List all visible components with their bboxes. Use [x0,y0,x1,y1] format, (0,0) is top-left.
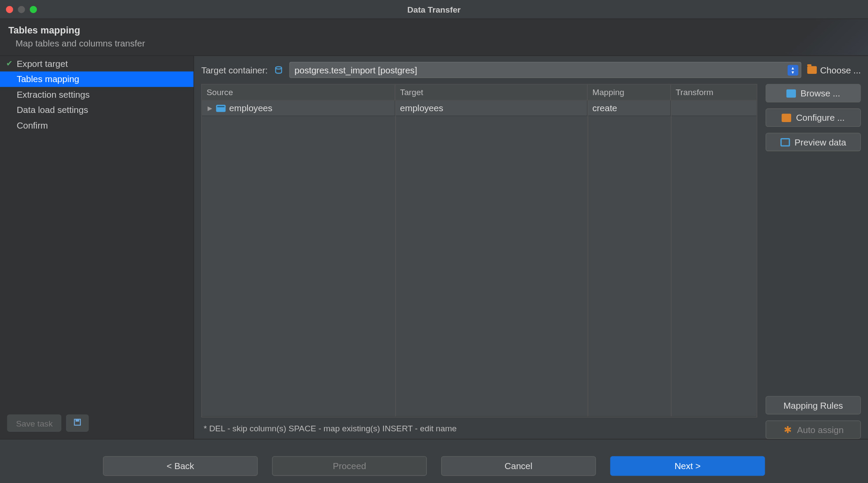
table-body: ▶ employees employees create [202,101,757,417]
col-header-source[interactable]: Source [202,85,396,100]
page-title: Tables mapping [8,25,860,36]
cell-source[interactable]: ▶ employees [202,101,396,116]
cell-mapping[interactable]: create [587,101,671,116]
page-subtitle: Map tables and columns transfer [8,38,860,48]
button-label: Configure ... [796,112,845,122]
target-name: employees [400,103,443,113]
cell-target[interactable]: employees [395,101,587,116]
save-icon [73,418,83,426]
step-data-load-settings[interactable]: Data load settings [0,103,194,118]
main-panel: Target container: postgres.test_import [… [194,56,868,439]
star-icon: ✱ [783,426,792,434]
button-label: Auto assign [797,425,843,435]
database-icon [274,65,283,75]
column-divider [395,101,396,417]
header-decoration [761,19,868,56]
body: Export target Tables mapping Extraction … [0,56,868,439]
spacer [766,157,861,390]
preview-icon [780,138,790,146]
button-label: Preview data [795,137,846,147]
auto-assign-button[interactable]: ✱ Auto assign [766,420,861,439]
target-container-value: postgres.test_import [postgres] [294,65,417,75]
wizard-steps: Export target Tables mapping Extraction … [0,56,194,410]
mapping-value: create [592,103,617,113]
target-container-input[interactable]: postgres.test_import [postgres] [289,62,801,78]
cell-transform[interactable] [671,101,756,116]
mapping-table: Source Target Mapping Transform ▶ employ… [201,84,757,417]
button-label: Mapping Rules [783,400,843,410]
configure-icon [782,113,791,122]
back-button[interactable]: < Back [103,456,257,476]
choose-label: Choose ... [820,65,861,75]
table-row[interactable]: ▶ employees employees create [202,101,757,116]
table-icon [216,105,226,112]
col-header-mapping[interactable]: Mapping [587,85,671,100]
button-label: Browse ... [801,88,840,98]
sidebar-actions: Save task [0,410,194,439]
svg-point-2 [275,66,281,69]
window-title: Data Transfer [0,4,868,14]
col-header-transform[interactable]: Transform [671,85,756,100]
step-label: Extraction settings [17,89,89,99]
table-icon [786,89,796,97]
content-row: Source Target Mapping Transform ▶ employ… [201,84,861,439]
choose-container-button[interactable]: Choose ... [807,65,861,75]
column-divider [587,101,588,417]
step-label: Export target [17,58,68,68]
save-task-button[interactable]: Save task [7,414,61,432]
step-label: Data load settings [17,105,88,115]
table-header: Source Target Mapping Transform [202,85,757,101]
save-task-as-button[interactable] [66,414,89,432]
column-divider [671,101,671,417]
step-tables-mapping[interactable]: Tables mapping [0,72,194,87]
mapping-rules-button[interactable]: Mapping Rules [766,396,861,415]
titlebar: Data Transfer [0,0,868,19]
expand-icon[interactable]: ▶ [208,105,212,111]
right-button-panel: Browse ... Configure ... Preview data Ma… [766,84,861,439]
window: Data Transfer Tables mapping Map tables … [0,0,868,483]
target-container-label: Target container: [201,65,267,75]
header: Tables mapping Map tables and columns tr… [0,19,868,56]
svg-rect-1 [76,419,79,421]
col-header-target[interactable]: Target [395,85,587,100]
step-extraction-settings[interactable]: Extraction settings [0,87,194,103]
step-confirm[interactable]: Confirm [0,118,194,133]
configure-button[interactable]: Configure ... [766,109,861,127]
folder-icon [807,66,817,74]
step-export-target[interactable]: Export target [0,56,194,72]
stepper-icon[interactable] [787,65,798,76]
target-container-row: Target container: postgres.test_import [… [201,62,861,78]
browse-button[interactable]: Browse ... [766,84,861,103]
keyboard-hint: * DEL - skip column(s) SPACE - map exist… [201,417,757,439]
proceed-button[interactable]: Proceed [272,456,427,476]
cancel-button[interactable]: Cancel [441,456,596,476]
sidebar: Export target Tables mapping Extraction … [0,56,194,439]
source-name: employees [229,103,272,113]
next-button[interactable]: Next > [610,456,765,476]
mapping-table-area: Source Target Mapping Transform ▶ employ… [201,84,757,439]
preview-data-button[interactable]: Preview data [766,133,861,152]
footer: < Back Proceed Cancel Next > [0,439,868,483]
step-label: Tables mapping [17,74,79,84]
step-label: Confirm [17,120,48,130]
